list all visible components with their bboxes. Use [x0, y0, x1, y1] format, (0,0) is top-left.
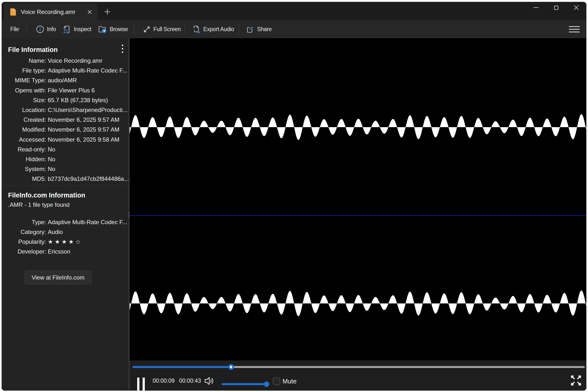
file-info-row-label: Hidden:	[2, 154, 46, 164]
file-info-row-label: Created:	[2, 115, 46, 125]
kebab-menu-icon[interactable]	[120, 43, 125, 54]
fileinfo-com-row-label: Developer:	[2, 247, 46, 256]
file-info-row-label: File type:	[2, 66, 46, 76]
fileinfo-com-row-label: Category:	[2, 227, 46, 237]
file-info-row: Accessed:November 6, 2025 9:58 AM	[2, 135, 128, 144]
browse-icon	[98, 26, 107, 33]
file-info-row-value: November 6, 2025 9:58 AM	[48, 135, 119, 144]
share-icon	[246, 25, 254, 34]
toolbar-separator	[27, 24, 27, 34]
sidebar: File Information Name:Voice Recording.am…	[2, 38, 128, 391]
fileinfo-com-row: Developer:Ericsson	[2, 247, 128, 256]
file-info-row-value: November 6, 2025 9:57 AM	[48, 115, 119, 125]
fileinfo-com-row: Type:Adaptive Multi-Rate Codec F...	[2, 217, 128, 227]
playback-controls: 00:00:09 00:00:43 Mute	[130, 360, 586, 391]
fileinfo-com-row: Category:Audio	[2, 227, 128, 237]
inspect-button[interactable]: Inspect	[63, 25, 91, 34]
fullscreen-button[interactable]	[569, 373, 583, 388]
file-info-row-value: File Viewer Plus 6	[48, 86, 95, 95]
file-info-row: Modified:November 6, 2025 9:57 AM	[2, 125, 128, 134]
pause-button[interactable]	[137, 378, 145, 391]
menu-button[interactable]	[569, 26, 580, 32]
volume-slider[interactable]	[222, 383, 268, 385]
fileinfo-com-row-value: Ericsson	[48, 247, 70, 256]
fileinfo-com-row-value: Audio	[48, 227, 63, 237]
toolbar-separator	[185, 24, 185, 34]
inspect-icon	[63, 25, 71, 34]
file-info-row-value: Voice Recording.amr	[48, 56, 102, 66]
volume-thumb[interactable]	[264, 382, 269, 387]
file-info-row-value: No	[48, 164, 55, 174]
volume-icon[interactable]	[204, 375, 216, 386]
share-button[interactable]: Share	[246, 25, 272, 34]
file-info-row-value: November 6, 2025 9:57 AM	[48, 125, 119, 134]
file-info-row-value: Adaptive Multi-Rate Codec F...	[48, 66, 127, 76]
fullscreen-icon	[570, 374, 582, 386]
toolbar: File Info Inspect	[2, 20, 586, 38]
file-info-row-label: Opens with:	[2, 86, 46, 95]
file-info-row: MIME Type:audio/AMR	[2, 76, 128, 85]
minimize-button[interactable]	[526, 2, 546, 13]
fileinfo-com-heading: FileInfo.com Information	[2, 186, 128, 200]
file-info-row: MD5:b2737dc9a1d47cb2f844486a...	[2, 174, 128, 184]
browse-button[interactable]: Browse	[98, 26, 128, 33]
fileinfo-com-row-value: ★ ★ ★ ★ ☆	[48, 237, 80, 247]
info-button[interactable]: Info	[36, 25, 56, 33]
file-info-row: Name:Voice Recording.amr	[2, 56, 128, 66]
fileinfo-com-row: Popularity:★ ★ ★ ★ ☆	[2, 237, 128, 247]
view-at-fileinfo-button[interactable]: View at FileInfo.com	[25, 271, 92, 284]
export-audio-icon	[192, 25, 201, 34]
file-menu[interactable]: File	[10, 26, 19, 32]
fileinfo-com-row-label: Popularity:	[2, 237, 46, 247]
file-info-row-value: audio/AMR	[48, 76, 77, 85]
app-window: Voice Recording.amr File Info	[2, 2, 586, 391]
file-info-row-label: Location:	[2, 105, 46, 115]
file-info-row-value: No	[48, 144, 55, 154]
file-info-row-label: Modified:	[2, 125, 46, 134]
total-time: 00:00:43	[179, 378, 201, 384]
file-info-row: Read-only:No	[2, 144, 128, 154]
seek-slider[interactable]	[132, 366, 585, 368]
tab-title: Voice Recording.amr	[21, 8, 76, 16]
fileinfo-com-row-label: Type:	[2, 217, 46, 227]
maximize-button[interactable]	[546, 2, 566, 13]
full-screen-button[interactable]: Full Screen	[143, 26, 181, 33]
waveform-display	[130, 38, 586, 391]
toolbar-separator	[134, 24, 134, 34]
file-info-row-label: MIME Type:	[2, 76, 46, 85]
file-info-row-label: Accessed:	[2, 135, 46, 144]
file-info-row: Hidden:No	[2, 154, 128, 164]
file-info-row-value: 65.7 KB (67,238 bytes)	[48, 95, 108, 105]
file-info-row-value: b2737dc9a1d47cb2f844486a...	[48, 174, 129, 184]
file-info-row-label: Read-only:	[2, 144, 46, 154]
audio-waveform-area: 00:00:09 00:00:43 Mute	[130, 38, 586, 391]
fileinfo-com-row-value: Adaptive Multi-Rate Codec F...	[48, 217, 127, 227]
file-icon	[10, 8, 16, 16]
file-info-row: Created:November 6, 2025 9:57 AM	[2, 115, 128, 125]
file-info-row-label: Name:	[2, 56, 46, 66]
file-info-row: Size:65.7 KB (67,238 bytes)	[2, 95, 128, 105]
close-button[interactable]	[566, 2, 586, 13]
tab-close-icon[interactable]	[86, 8, 94, 16]
info-icon	[36, 25, 44, 33]
new-tab-button[interactable]	[102, 7, 112, 17]
mute-checkbox[interactable]	[273, 378, 280, 385]
file-info-row-label: Size:	[2, 95, 46, 105]
file-info-row: Location:C:\Users\SharpenedProducti...	[2, 105, 128, 115]
file-info-row-value: No	[48, 154, 55, 164]
splitter-handle-icon	[128, 212, 129, 218]
file-info-row: Opens with:File Viewer Plus 6	[2, 86, 128, 95]
full-screen-icon	[143, 26, 151, 33]
export-audio-button[interactable]: Export Audio	[192, 25, 234, 34]
file-information-heading: File Information	[2, 38, 128, 54]
file-info-row: File type:Adaptive Multi-Rate Codec F...	[2, 66, 128, 76]
seek-thumb[interactable]	[228, 364, 234, 370]
titlebar: Voice Recording.amr	[2, 2, 586, 20]
file-info-row: System:No	[2, 164, 128, 174]
current-time: 00:00:09	[153, 378, 175, 384]
file-info-row-value: C:\Users\SharpenedProducti...	[48, 105, 128, 115]
mute-label: Mute	[282, 378, 297, 385]
tab-voice-recording[interactable]: Voice Recording.amr	[4, 4, 98, 20]
fileinfo-com-subtitle: .AMR - 1 file type found	[2, 200, 128, 210]
maximize-icon	[554, 6, 558, 10]
